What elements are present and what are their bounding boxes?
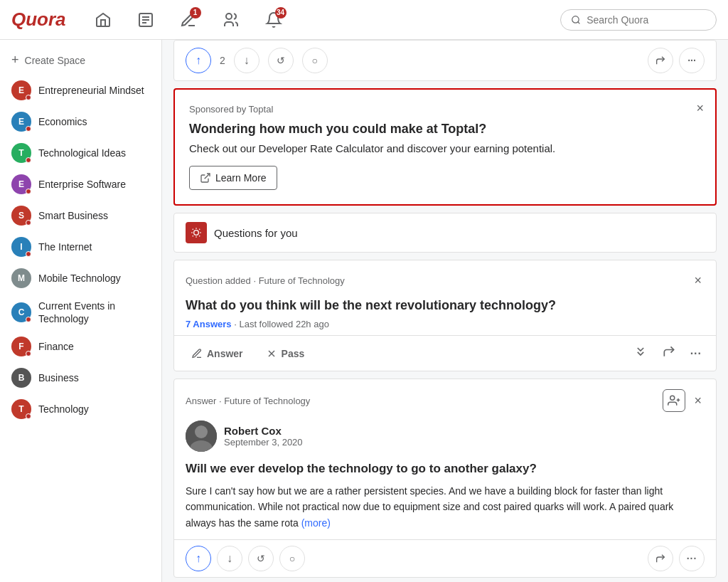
create-space-label: Create Space [25, 55, 86, 66]
questions-for-you-bar: Questions for you [173, 213, 717, 253]
ad-close-button[interactable]: × [696, 101, 704, 116]
answer-upvote-button[interactable]: ↑ [186, 546, 211, 571]
answer-more-link[interactable]: (more) [301, 517, 331, 529]
content-area: ↑ 2 ↓ ↺ ○ ··· Sponsored by Topta [162, 40, 728, 582]
answer-button[interactable]: Answer [186, 345, 249, 362]
sidebar-avatar-5: S [11, 206, 31, 226]
sidebar-item-entrepreneurial-mindset[interactable]: E Entrepreneurial Mindset [0, 75, 161, 106]
answers-count: 7 Answers [186, 319, 232, 329]
share-icon [655, 55, 666, 66]
search-input[interactable] [587, 14, 706, 26]
downvote-button[interactable]: ↓ [234, 48, 259, 73]
external-link-icon [200, 172, 211, 184]
sidebar-label-10: Business [38, 371, 79, 384]
people-icon [223, 11, 240, 28]
quora-logo[interactable]: Quora [11, 9, 66, 31]
nav-answers[interactable] [132, 6, 160, 34]
sidebar-label-3: Technological Ideas [38, 147, 126, 159]
sidebar-item-technology[interactable]: T Technology [0, 393, 161, 425]
answer-close-button[interactable]: × [691, 391, 705, 411]
answer-refresh-button[interactable]: ↺ [248, 546, 274, 571]
svg-point-15 [195, 425, 208, 438]
pass-button[interactable]: Pass [260, 345, 311, 362]
learn-more-button[interactable]: Learn More [189, 166, 277, 190]
answer-author: Robert Cox September 3, 2020 [174, 415, 716, 457]
sidebar-label-4: Enterprise Software [38, 178, 126, 191]
sidebar-label-9: Finance [38, 340, 74, 353]
sidebar-avatar-9: F [11, 337, 31, 356]
answer-label: Answer [207, 348, 243, 359]
search-icon [571, 14, 581, 26]
question-share-button[interactable] [659, 342, 679, 365]
sidebar-label-7: Mobile Technology [38, 272, 121, 285]
sidebar-item-enterprise-software[interactable]: E Enterprise Software [0, 169, 161, 200]
sidebar-label-8: Current Events in Technology [38, 300, 150, 325]
sidebar-avatar-2: E [11, 112, 31, 132]
question-context: Question added · Future of Technology [186, 275, 345, 286]
follow-author-button[interactable] [663, 389, 685, 412]
question-close-button[interactable]: × [691, 270, 705, 291]
nav-home[interactable] [89, 6, 117, 34]
sidebar-label-11: Technology [38, 403, 89, 416]
svg-point-8 [194, 231, 199, 236]
share-arrow-icon [662, 344, 676, 359]
main-area: + Create Space E Entrepreneurial Mindset… [0, 40, 728, 582]
qfy-label: Questions for you [214, 227, 298, 239]
sidebar-item-economics[interactable]: E Economics [0, 106, 161, 137]
question-downvote-button[interactable] [631, 342, 651, 365]
author-avatar-image [186, 420, 217, 452]
answer-more-button[interactable]: ··· [679, 546, 705, 571]
svg-point-4 [226, 14, 232, 19]
answer-meta: Answer · Future of Technology × [174, 379, 716, 415]
sidebar-label-2: Economics [38, 115, 87, 128]
answer-text: Sure I can't say how but we are a rather… [186, 485, 673, 529]
answer-actions: ↑ ↓ ↺ ○ ··· [174, 539, 716, 577]
last-followed-text: Last followed 22h ago [239, 319, 328, 329]
sidebar-item-business[interactable]: B Business [0, 362, 161, 393]
answer-comment-button[interactable]: ○ [279, 546, 305, 571]
more-options-prev[interactable]: ··· [679, 48, 705, 73]
author-name[interactable]: Robert Cox [224, 425, 303, 437]
sidebar-item-the-internet[interactable]: I The Internet [0, 231, 161, 263]
sidebar-avatar-10: B [11, 368, 31, 388]
notifications-badge: 34 [275, 7, 287, 18]
upvote-button[interactable]: ↑ [186, 48, 211, 73]
sidebar-avatar-1: E [11, 80, 31, 100]
author-avatar [186, 420, 217, 452]
learn-more-label: Learn More [215, 172, 267, 184]
share-button[interactable] [648, 48, 673, 73]
sidebar-item-technological-ideas[interactable]: T Technological Ideas [0, 137, 161, 169]
nav-following[interactable]: 1 [174, 6, 203, 34]
search-box[interactable] [560, 9, 717, 31]
nav-people[interactable] [217, 6, 245, 34]
person-plus-icon [668, 394, 680, 407]
question-more-button[interactable]: ··· [687, 344, 705, 363]
refresh-button[interactable]: ↺ [268, 48, 294, 73]
answer-card: Answer · Future of Technology × [173, 379, 717, 578]
answer-downvote-button[interactable]: ↓ [217, 546, 242, 571]
sidebar-item-finance[interactable]: F Finance [0, 331, 161, 362]
sidebar-item-smart-business[interactable]: S Smart Business [0, 200, 161, 231]
sidebar-avatar-6: I [11, 237, 31, 257]
question-title[interactable]: What do you think will be the next revol… [174, 294, 716, 317]
pass-label: Pass [282, 348, 305, 359]
sidebar-label-1: Entrepreneurial Mindset [38, 84, 144, 97]
answer-share-icon [655, 553, 666, 564]
home-icon [95, 11, 112, 28]
answer-title[interactable]: Will we ever develop the technology to g… [174, 457, 716, 480]
create-space-button[interactable]: + Create Space [0, 46, 161, 75]
svg-point-11 [670, 396, 675, 400]
comment-button[interactable]: ○ [302, 48, 328, 73]
answer-share-button[interactable] [648, 546, 673, 571]
sidebar-label-5: Smart Business [38, 209, 108, 222]
sidebar-avatar-11: T [11, 399, 31, 419]
question-right-actions: ··· [631, 342, 705, 365]
svg-line-6 [578, 21, 580, 23]
pass-icon [266, 348, 277, 359]
answer-context: Answer · Future of Technology [186, 396, 310, 406]
answers-icon [137, 11, 154, 28]
nav-notifications[interactable]: 34 [259, 6, 288, 34]
vote-count: 2 [220, 55, 225, 66]
sidebar-item-current-events-technology[interactable]: C Current Events in Technology [0, 294, 161, 331]
sidebar-item-mobile-technology[interactable]: M Mobile Technology [0, 263, 161, 294]
